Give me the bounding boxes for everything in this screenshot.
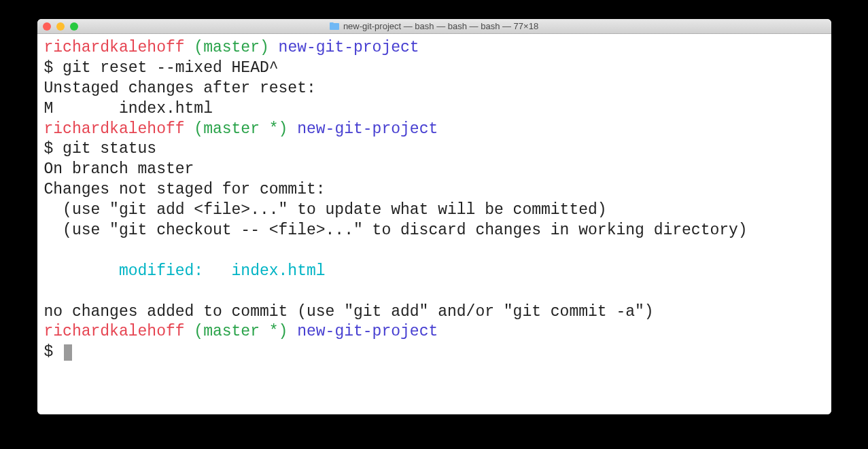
prompt-project: new-git-project [297,120,438,138]
command-line-3: $ [44,343,73,361]
prompt-symbol: $ [44,59,63,77]
prompt-symbol: $ [44,140,63,158]
output-blank [44,283,54,300]
command-text: git reset --mixed HEAD^ [63,59,278,77]
prompt-symbol: $ [44,343,63,361]
titlebar[interactable]: new-git-project — bash — bash — bash — 7… [37,19,831,34]
prompt-line-2: richardkalehoff (master *) new-git-proje… [44,120,438,138]
prompt-user: richardkalehoff [44,39,185,56]
prompt-line-1: richardkalehoff (master) new-git-project [44,39,419,56]
output-line: no changes added to commit (use "git add… [44,303,654,321]
output-line: (use "git checkout -- <file>..." to disc… [44,221,748,239]
close-icon[interactable] [43,22,51,31]
terminal-window: new-git-project — bash — bash — bash — 7… [37,19,831,414]
zoom-icon[interactable] [70,22,78,31]
prompt-branch: (master *) [194,323,288,340]
prompt-project: new-git-project [279,39,419,56]
prompt-branch: (master *) [194,120,288,138]
traffic-lights [43,22,78,31]
command-line-2: $ git status [44,140,157,158]
window-title: new-git-project — bash — bash — bash — 7… [43,21,826,31]
output-modified: modified: index.html [44,262,326,280]
terminal-content[interactable]: richardkalehoff (master) new-git-project… [37,34,831,414]
cursor-icon [64,344,72,361]
minimize-icon[interactable] [56,22,65,31]
folder-icon [330,22,339,30]
output-line: Changes not staged for commit: [44,181,326,198]
prompt-line-3: richardkalehoff (master *) new-git-proje… [44,323,438,340]
output-line: Unstaged changes after reset: [44,79,316,97]
output-line: (use "git add <file>..." to update what … [44,201,607,219]
prompt-user: richardkalehoff [44,323,185,340]
output-line: On branch master [44,160,194,178]
output-line: M index.html [44,100,213,118]
command-text: git status [63,140,156,158]
prompt-branch: (master) [194,39,268,56]
prompt-project: new-git-project [297,323,438,340]
prompt-user: richardkalehoff [44,120,185,138]
command-line-1: $ git reset --mixed HEAD^ [44,59,279,77]
output-blank [44,242,54,259]
window-title-text: new-git-project — bash — bash — bash — 7… [343,21,538,31]
